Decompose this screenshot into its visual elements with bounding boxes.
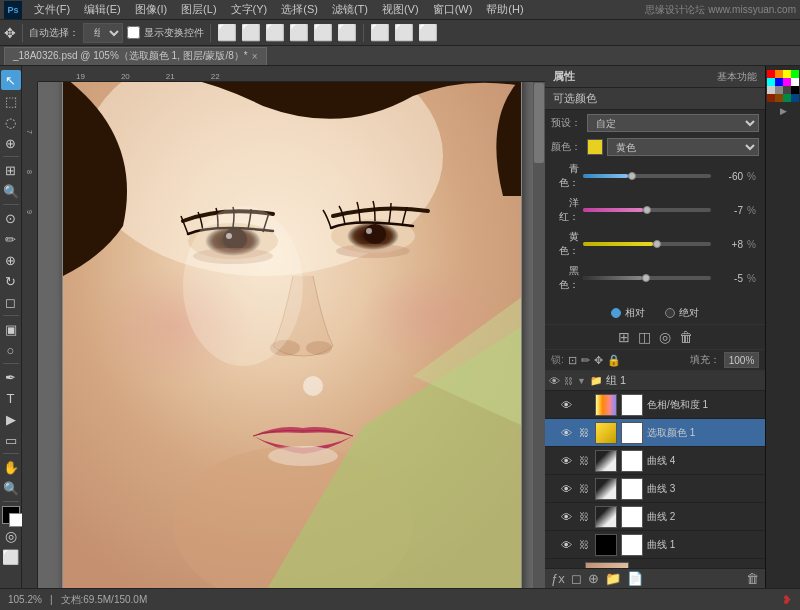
palette-red[interactable] bbox=[767, 70, 775, 78]
absolute-radio[interactable]: 绝对 bbox=[665, 306, 699, 320]
layer-item-layer1[interactable]: 👁 图层 1 bbox=[545, 559, 765, 568]
layer-eye-curves1[interactable]: 👁 bbox=[559, 538, 573, 552]
filetab-close-button[interactable]: × bbox=[252, 51, 258, 62]
trash-action-icon[interactable]: 🗑 bbox=[679, 329, 693, 345]
basic-function-button[interactable]: 基本功能 bbox=[717, 70, 757, 84]
align-middle-icon[interactable]: ⬜ bbox=[313, 23, 333, 42]
type-tool-button[interactable]: T bbox=[1, 388, 21, 408]
palette-orange[interactable] bbox=[775, 70, 783, 78]
path-select-button[interactable]: ▶ bbox=[1, 409, 21, 429]
menu-select[interactable]: 选择(S) bbox=[275, 1, 324, 18]
scrollbar-thumb-v[interactable] bbox=[534, 83, 544, 163]
lock-transparency-icon[interactable]: ⊡ bbox=[568, 354, 577, 367]
add-fx-button[interactable]: ƒx bbox=[551, 571, 565, 586]
quick-mask-button[interactable]: ◎ bbox=[5, 528, 17, 544]
distribute2-icon[interactable]: ⬜ bbox=[394, 23, 414, 42]
layer-group-header[interactable]: 👁 ⛓ ▼ 📁 组 1 bbox=[545, 371, 765, 391]
history-brush-button[interactable]: ↻ bbox=[1, 271, 21, 291]
auto-select-dropdown[interactable]: 组 bbox=[83, 23, 123, 43]
layer-item-hue[interactable]: 👁 色相/饱和度 1 bbox=[545, 391, 765, 419]
menu-edit[interactable]: 编辑(E) bbox=[78, 1, 127, 18]
file-tab[interactable]: _18A0326.psd @ 105%（选取颜色 1, 图层/蒙版/8）* × bbox=[4, 47, 267, 65]
align-center-icon[interactable]: ⬜ bbox=[241, 23, 261, 42]
delete-layer-button[interactable]: 🗑 bbox=[746, 571, 759, 586]
bg-color-swatch[interactable] bbox=[9, 513, 23, 527]
layer-link-curves3[interactable]: ⛓ bbox=[577, 482, 591, 496]
layer-link-curves2[interactable]: ⛓ bbox=[577, 510, 591, 524]
menu-layer[interactable]: 图层(L) bbox=[175, 1, 222, 18]
select-tool-button[interactable]: ⬚ bbox=[1, 91, 21, 111]
palette-yellow[interactable] bbox=[783, 70, 791, 78]
black-slider-thumb[interactable] bbox=[642, 274, 650, 282]
distribute-icon[interactable]: ⬜ bbox=[370, 23, 390, 42]
eraser-button[interactable]: ◻ bbox=[1, 292, 21, 312]
layer-link-curves4[interactable]: ⛓ bbox=[577, 454, 591, 468]
lock-all-icon[interactable]: 🔒 bbox=[607, 354, 621, 367]
menu-file[interactable]: 文件(F) bbox=[28, 1, 76, 18]
brush-tool-button[interactable]: ✏ bbox=[1, 229, 21, 249]
preset-select[interactable]: 自定 bbox=[587, 114, 759, 132]
menu-type[interactable]: 文字(Y) bbox=[225, 1, 274, 18]
fg-color-swatch[interactable] bbox=[2, 506, 20, 524]
lock-position-icon[interactable]: ✥ bbox=[594, 354, 603, 367]
palette-lgray[interactable] bbox=[767, 86, 775, 94]
zoom-tool-button[interactable]: 🔍 bbox=[1, 478, 21, 498]
palette-dgray[interactable] bbox=[783, 86, 791, 94]
new-group-button[interactable]: 📁 bbox=[605, 571, 621, 586]
menu-filter[interactable]: 滤镜(T) bbox=[326, 1, 374, 18]
move-tool-icon[interactable]: ✥ bbox=[4, 25, 16, 41]
group-eye-icon[interactable]: 👁 bbox=[549, 375, 560, 387]
canvas-scrollbar-v[interactable] bbox=[533, 82, 545, 588]
quick-select-button[interactable]: ⊕ bbox=[1, 133, 21, 153]
magenta-slider-track[interactable] bbox=[583, 208, 711, 212]
pen-tool-button[interactable]: ✒ bbox=[1, 367, 21, 387]
palette-dbrown[interactable] bbox=[775, 94, 783, 102]
palette-expand-button[interactable]: ▶ bbox=[780, 106, 787, 116]
lasso-tool-button[interactable]: ◌ bbox=[1, 112, 21, 132]
menu-view[interactable]: 视图(V) bbox=[376, 1, 425, 18]
palette-brown[interactable] bbox=[767, 94, 775, 102]
layer-item-selective[interactable]: 👁 ⛓ 选取颜色 1 bbox=[545, 419, 765, 447]
add-mask-button[interactable]: ◻ bbox=[571, 571, 582, 586]
eye-action-icon[interactable]: ◎ bbox=[659, 329, 671, 345]
layer-eye-hue[interactable]: 👁 bbox=[559, 398, 573, 412]
crop-tool-button[interactable]: ⊞ bbox=[1, 160, 21, 180]
group-collapse-icon[interactable]: ▼ bbox=[577, 376, 586, 386]
hand-tool-button[interactable]: ✋ bbox=[1, 457, 21, 477]
layer-item-curves1[interactable]: 👁 ⛓ 曲线 1 bbox=[545, 531, 765, 559]
layer-eye-curves3[interactable]: 👁 bbox=[559, 482, 573, 496]
fill-input[interactable] bbox=[724, 352, 759, 368]
palette-blue[interactable] bbox=[775, 78, 783, 86]
show-transform-checkbox[interactable] bbox=[127, 26, 140, 39]
palette-dgreen[interactable] bbox=[783, 94, 791, 102]
align-bottom-icon[interactable]: ⬜ bbox=[337, 23, 357, 42]
layer-item-curves3[interactable]: 👁 ⛓ 曲线 3 bbox=[545, 475, 765, 503]
new-layer-button[interactable]: 📄 bbox=[627, 571, 643, 586]
palette-gray[interactable] bbox=[775, 86, 783, 94]
layer-eye-curves2[interactable]: 👁 bbox=[559, 510, 573, 524]
heal-brush-button[interactable]: ⊙ bbox=[1, 208, 21, 228]
palette-black[interactable] bbox=[791, 86, 799, 94]
move-tool-button[interactable]: ↖ bbox=[1, 70, 21, 90]
reset-icon[interactable]: ⊞ bbox=[618, 329, 630, 345]
menu-window[interactable]: 窗口(W) bbox=[427, 1, 479, 18]
black-slider-track[interactable] bbox=[583, 276, 711, 280]
palette-green[interactable] bbox=[791, 70, 799, 78]
add-adjustment-button[interactable]: ⊕ bbox=[588, 571, 599, 586]
relative-radio[interactable]: 相对 bbox=[611, 306, 645, 320]
layer-eye-curves4[interactable]: 👁 bbox=[559, 454, 573, 468]
palette-magenta[interactable] bbox=[783, 78, 791, 86]
gradient-tool-button[interactable]: ▣ bbox=[1, 319, 21, 339]
yellow-slider-thumb[interactable] bbox=[653, 240, 661, 248]
dodge-tool-button[interactable]: ○ bbox=[1, 340, 21, 360]
align-left-icon[interactable]: ⬜ bbox=[217, 23, 237, 42]
color-select[interactable]: 黄色 bbox=[607, 138, 759, 156]
layer-link-curves1[interactable]: ⛓ bbox=[577, 538, 591, 552]
screen-mode-button[interactable]: ⬜ bbox=[2, 549, 19, 565]
layer-item-curves2[interactable]: 👁 ⛓ 曲线 2 bbox=[545, 503, 765, 531]
shape-tool-button[interactable]: ▭ bbox=[1, 430, 21, 450]
menu-image[interactable]: 图像(I) bbox=[129, 1, 173, 18]
cyan-slider-track[interactable] bbox=[583, 174, 711, 178]
palette-dblue[interactable] bbox=[791, 94, 799, 102]
layer-link-selective[interactable]: ⛓ bbox=[577, 426, 591, 440]
